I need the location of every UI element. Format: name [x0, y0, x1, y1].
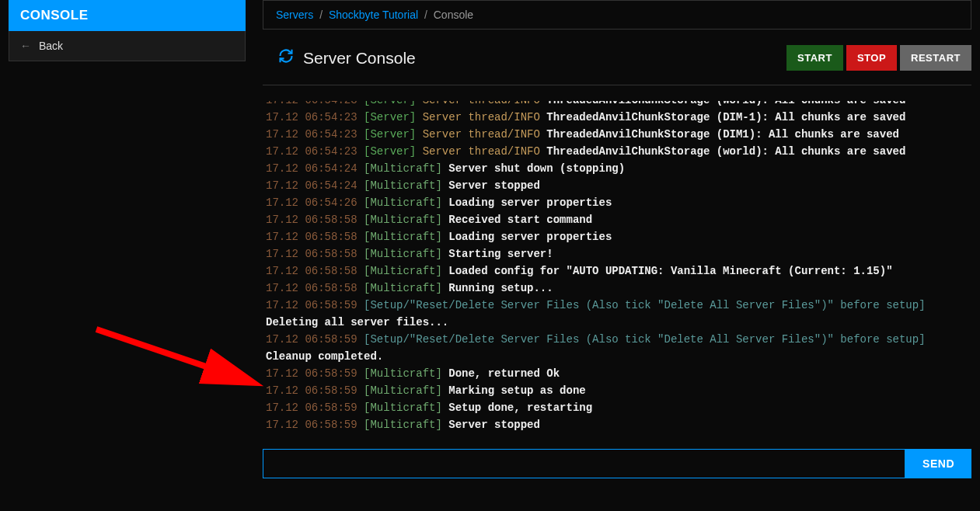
log-line: 17.12 06:54:26 [Multicraft] Loading serv…	[263, 194, 971, 211]
command-bar: SEND	[263, 449, 971, 478]
console-output[interactable]: 17.12 06:54:23 [Server] Server thread/IN…	[263, 101, 971, 435]
annotation-arrow-icon	[89, 322, 267, 395]
refresh-icon[interactable]	[278, 48, 294, 68]
log-line: 17.12 06:54:23 [Server] Server thread/IN…	[263, 101, 971, 109]
log-line: 17.12 06:58:58 [Multicraft] Loading serv…	[263, 228, 971, 245]
breadcrumb-servers-link[interactable]: Servers	[276, 9, 313, 21]
breadcrumb-separator: /	[319, 9, 323, 21]
back-label: Back	[39, 40, 63, 52]
breadcrumb: Servers / Shockbyte Tutorial / Console	[263, 0, 971, 30]
breadcrumb-separator: /	[424, 9, 427, 21]
log-line: 17.12 06:58:58 [Multicraft] Loaded confi…	[263, 262, 971, 280]
log-line: 17.12 06:54:24 [Multicraft] Server shut …	[263, 160, 971, 177]
send-button[interactable]: SEND	[905, 449, 971, 478]
sidebar: CONSOLE ← Back	[9, 0, 246, 61]
log-line: 17.12 06:58:58 [Multicraft] Received sta…	[263, 211, 971, 228]
main-content: Servers / Shockbyte Tutorial / Console S…	[263, 0, 971, 511]
breadcrumb-current: Console	[434, 9, 473, 21]
start-button[interactable]: START	[786, 45, 843, 71]
svg-line-1	[96, 329, 252, 382]
log-line: 17.12 06:54:23 [Server] Server thread/IN…	[263, 109, 971, 126]
restart-button[interactable]: RESTART	[900, 45, 971, 71]
command-input[interactable]	[263, 449, 905, 478]
log-line: 17.12 06:58:59 [Multicraft] Done, return…	[263, 365, 971, 382]
arrow-left-icon: ←	[20, 40, 31, 52]
log-line: 17.12 06:58:59 [Multicraft] Server stopp…	[263, 416, 971, 433]
server-action-buttons: START STOP RESTART	[786, 45, 971, 71]
log-line: 17.12 06:54:24 [Multicraft] Server stopp…	[263, 177, 971, 194]
log-line: 17.12 06:58:59 [Multicraft] Marking setu…	[263, 382, 971, 399]
console-title-group: Server Console	[263, 48, 416, 68]
log-line: 17.12 06:58:59 [Multicraft] Setup done, …	[263, 399, 971, 416]
sidebar-title: CONSOLE	[9, 0, 246, 31]
log-line: 17.12 06:58:59 [Setup/"Reset/Delete Serv…	[263, 331, 971, 348]
log-line: 17.12 06:58:59 [Setup/"Reset/Delete Serv…	[263, 297, 971, 314]
page-title: Server Console	[303, 49, 416, 68]
log-line: Cleanup completed.	[263, 348, 971, 365]
log-line: Deleting all server files...	[263, 314, 971, 331]
console-header: Server Console START STOP RESTART	[263, 45, 971, 85]
log-line: 17.12 06:54:23 [Server] Server thread/IN…	[263, 126, 971, 143]
log-line: 17.12 06:58:58 [Multicraft] Starting ser…	[263, 245, 971, 262]
log-line: 17.12 06:54:23 [Server] Server thread/IN…	[263, 143, 971, 160]
stop-button[interactable]: STOP	[846, 45, 897, 71]
back-button[interactable]: ← Back	[9, 31, 246, 61]
breadcrumb-server-link[interactable]: Shockbyte Tutorial	[329, 9, 418, 21]
log-line: 17.12 06:58:58 [Multicraft] Running setu…	[263, 280, 971, 297]
